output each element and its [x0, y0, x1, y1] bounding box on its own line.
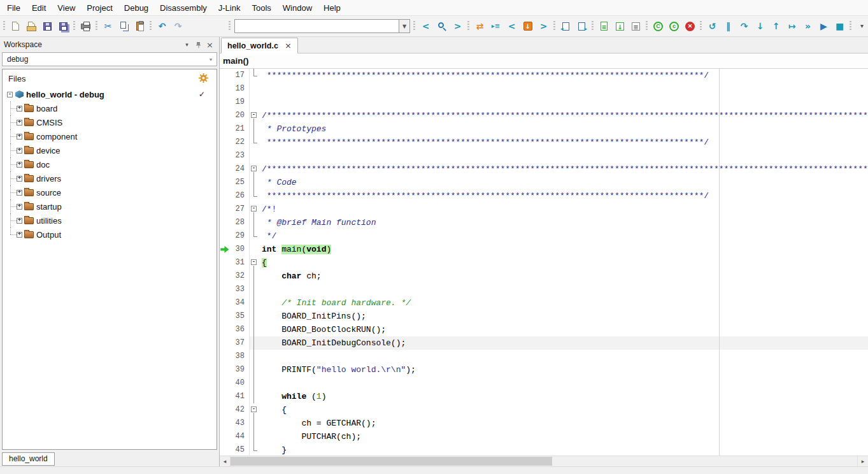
- code-editor[interactable]: 17 *************************************…: [220, 69, 868, 456]
- code-line-38[interactable]: 38: [220, 350, 868, 363]
- breakpoint-margin[interactable]: [220, 323, 230, 336]
- expand-box-icon[interactable]: +: [17, 148, 22, 154]
- scroll-right-button[interactable]: ▸: [857, 456, 868, 466]
- breakpoint-margin[interactable]: [220, 162, 230, 176]
- undo-button[interactable]: ↶: [155, 19, 169, 34]
- code-line-42[interactable]: 42- {: [220, 403, 868, 417]
- code-line-26[interactable]: 26 *************************************…: [220, 189, 868, 203]
- code-line-28[interactable]: 28 * @brief Main function: [220, 216, 868, 229]
- breakpoint-margin[interactable]: [220, 243, 230, 256]
- breakpoint-margin[interactable]: [220, 283, 230, 296]
- breakpoint-margin[interactable]: [220, 109, 230, 122]
- cstat-analyze-file-button[interactable]: c: [667, 19, 681, 34]
- settings-gear-icon[interactable]: [199, 73, 208, 85]
- save-all-button[interactable]: [56, 19, 71, 34]
- expand-box-icon[interactable]: +: [17, 134, 22, 140]
- cut-button[interactable]: ✂: [101, 19, 115, 34]
- tree-item-component[interactable]: +component: [3, 129, 217, 143]
- tree-item-source[interactable]: +source: [3, 185, 217, 199]
- breakpoint-margin[interactable]: [220, 136, 230, 149]
- open-document-button[interactable]: [24, 19, 39, 34]
- menu-file[interactable]: File: [1, 1, 26, 15]
- tree-item-doc[interactable]: +doc: [3, 157, 217, 171]
- breakpoint-margin[interactable]: [220, 256, 230, 269]
- breakpoint-margin[interactable]: [220, 269, 230, 283]
- breakpoint-margin[interactable]: [220, 96, 230, 109]
- step-over-button[interactable]: ↷: [737, 19, 751, 34]
- find-combobox-input[interactable]: [234, 19, 399, 33]
- breakpoint-margin[interactable]: [220, 296, 230, 310]
- download-flash-button[interactable]: [520, 19, 535, 34]
- code-line-37[interactable]: 37 BOARD_InitDebugConsole();: [220, 336, 868, 350]
- expand-box-icon[interactable]: +: [17, 162, 22, 168]
- print-button[interactable]: [78, 19, 93, 34]
- menu-window[interactable]: Window: [277, 1, 318, 15]
- breakpoint-margin[interactable]: [220, 336, 230, 350]
- close-tab-icon[interactable]: ×: [285, 41, 292, 50]
- code-line-35[interactable]: 35 BOARD_InitPins();: [220, 310, 868, 323]
- collapse-box-icon[interactable]: -: [7, 92, 13, 97]
- breakpoint-margin[interactable]: [220, 430, 230, 443]
- breakpoint-margin[interactable]: [220, 403, 230, 417]
- scrollbar-track[interactable]: [231, 456, 857, 466]
- toolbar-overflow-button[interactable]: ▾: [855, 19, 868, 34]
- navigate-forward-button[interactable]: [574, 19, 589, 34]
- breakpoint-margin[interactable]: [220, 363, 230, 377]
- compile-button[interactable]: [597, 19, 611, 34]
- save-button[interactable]: [40, 19, 55, 34]
- tree-item-hello-world-debug[interactable]: -hello_world - debug✓: [3, 87, 217, 101]
- code-line-22[interactable]: 22 *************************************…: [220, 136, 868, 149]
- toggle-bookmark-button[interactable]: ▸≡: [488, 19, 503, 34]
- code-line-25[interactable]: 25 * Code: [220, 176, 868, 189]
- new-document-button[interactable]: [8, 19, 23, 34]
- fold-collapse-icon[interactable]: -: [251, 406, 257, 412]
- cstat-analyze-project-button[interactable]: C: [651, 19, 665, 34]
- code-line-24[interactable]: 24-/************************************…: [220, 162, 868, 176]
- navigate-backward-button[interactable]: [559, 19, 573, 34]
- breakpoint-margin[interactable]: [220, 417, 230, 430]
- code-line-23[interactable]: 23: [220, 149, 868, 162]
- expand-box-icon[interactable]: +: [17, 106, 22, 111]
- code-line-40[interactable]: 40: [220, 377, 868, 390]
- code-line-36[interactable]: 36 BOARD_BootClockRUN();: [220, 323, 868, 336]
- workspace-tab-hello-world[interactable]: hello_world: [2, 452, 55, 466]
- tree-item-startup[interactable]: +startup: [3, 199, 217, 213]
- find-button[interactable]: [434, 19, 449, 34]
- menu-edit[interactable]: Edit: [26, 1, 52, 15]
- reset-button[interactable]: ↺: [705, 19, 720, 34]
- tree-item-output[interactable]: +Output: [3, 227, 217, 241]
- code-line-19[interactable]: 19: [220, 96, 868, 109]
- code-line-45[interactable]: 45 }: [220, 443, 868, 456]
- expand-box-icon[interactable]: +: [17, 218, 22, 224]
- expand-box-icon[interactable]: +: [17, 204, 22, 210]
- menu-debug[interactable]: Debug: [118, 1, 154, 15]
- breakpoint-margin[interactable]: [220, 350, 230, 363]
- next-statement-button[interactable]: ↦: [785, 19, 799, 34]
- code-line-20[interactable]: 20-/************************************…: [220, 109, 868, 122]
- tree-item-drivers[interactable]: +drivers: [3, 171, 217, 185]
- breakpoint-margin[interactable]: [220, 122, 230, 136]
- breakpoint-margin[interactable]: [220, 203, 230, 216]
- code-line-43[interactable]: 43 ch = GETCHAR();: [220, 417, 868, 430]
- step-into-button[interactable]: ↓: [753, 19, 767, 34]
- previous-bookmark-button[interactable]: <: [504, 19, 519, 34]
- fold-collapse-icon[interactable]: -: [251, 206, 257, 212]
- redo-button[interactable]: ↷: [171, 19, 185, 34]
- code-line-18[interactable]: 18: [220, 82, 868, 96]
- breakpoint-margin[interactable]: [220, 189, 230, 203]
- expand-box-icon[interactable]: +: [17, 120, 22, 126]
- breakpoint-margin[interactable]: [220, 310, 230, 323]
- breakpoint-margin[interactable]: [220, 176, 230, 189]
- menu-tools[interactable]: Tools: [246, 1, 276, 15]
- scroll-left-button[interactable]: ◂: [220, 456, 231, 466]
- code-line-31[interactable]: 31-{: [220, 256, 868, 269]
- copy-button[interactable]: [117, 19, 131, 34]
- code-line-21[interactable]: 21 * Prototypes: [220, 122, 868, 136]
- breakpoint-margin[interactable]: [220, 229, 230, 243]
- stop-debugging-button[interactable]: ■: [832, 19, 847, 34]
- step-out-button[interactable]: ↑: [769, 19, 783, 34]
- breakpoint-margin[interactable]: [220, 82, 230, 96]
- horizontal-scrollbar[interactable]: ◂ ▸: [220, 456, 868, 466]
- break-button[interactable]: ‖: [721, 19, 736, 34]
- code-line-32[interactable]: 32 char ch;: [220, 269, 868, 283]
